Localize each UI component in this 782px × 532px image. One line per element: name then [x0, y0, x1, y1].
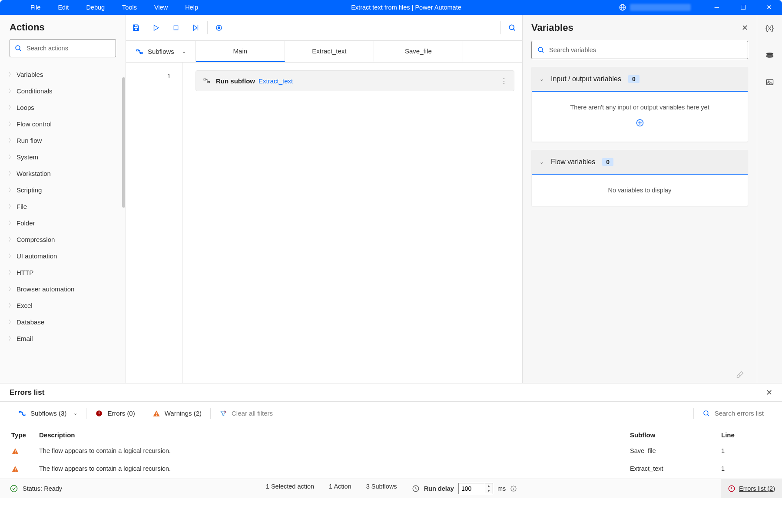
svg-point-31: [11, 485, 17, 492]
run-delay-label: Run delay: [424, 485, 454, 492]
warning-icon: [152, 410, 160, 417]
info-icon[interactable]: [510, 485, 517, 492]
flow-variables-title: Flow variables: [551, 158, 595, 166]
action-category[interactable]: 〉Run flow: [9, 132, 120, 149]
errors-table-header: Type Description Subflow Line: [0, 425, 782, 443]
action-category[interactable]: 〉System: [9, 149, 120, 165]
add-io-variable-button[interactable]: [540, 119, 739, 129]
sidetab-images[interactable]: [763, 76, 776, 89]
minimize-button[interactable]: ─: [704, 0, 730, 15]
tab-extract-text[interactable]: Extract_text: [285, 41, 374, 62]
errors-list-button[interactable]: Errors list (2): [721, 479, 782, 498]
run-next-button[interactable]: [186, 15, 206, 41]
action-category[interactable]: 〉Folder: [9, 215, 120, 231]
account-name-redacted: [630, 4, 691, 11]
menu-view[interactable]: View: [146, 0, 176, 15]
svg-rect-22: [99, 411, 100, 414]
action-category[interactable]: 〉HTTP: [9, 264, 120, 281]
col-line[interactable]: Line: [721, 431, 782, 439]
chevron-right-icon: 〉: [9, 187, 17, 193]
menu-help[interactable]: Help: [176, 0, 207, 15]
action-category[interactable]: 〉Database: [9, 314, 120, 330]
sidetab-ui-elements[interactable]: [763, 49, 776, 62]
col-type[interactable]: Type: [0, 431, 39, 439]
errors-filter-bar: Subflows (3) ⌄ Errors (0) Warnings (2) C…: [0, 402, 782, 425]
close-errors-button[interactable]: ✕: [766, 388, 772, 397]
search-flow-button[interactable]: [502, 15, 522, 41]
actions-search[interactable]: Search actions: [10, 39, 116, 57]
close-variables-button[interactable]: ✕: [742, 23, 748, 33]
menu-debug[interactable]: Debug: [77, 0, 113, 15]
chevron-down-icon: ⌄: [182, 49, 186, 54]
menu-file[interactable]: File: [22, 0, 49, 15]
flow-step[interactable]: Run subflow Extract_text ⋮: [196, 70, 514, 91]
close-button[interactable]: ✕: [756, 0, 782, 15]
action-category[interactable]: 〉Conditionals: [9, 83, 120, 99]
subflow-icon: [203, 77, 211, 85]
search-icon: [537, 46, 545, 54]
chevron-right-icon: 〉: [9, 302, 17, 309]
action-category[interactable]: 〉File: [9, 198, 120, 215]
flow-canvas[interactable]: 1 Run subflow Extract_text ⋮: [126, 63, 522, 383]
action-category[interactable]: 〉Excel: [9, 297, 120, 314]
save-button[interactable]: [126, 15, 146, 41]
flow-variables-count: 0: [602, 158, 613, 166]
step-action-name: Run subflow: [216, 77, 255, 85]
action-category[interactable]: 〉Loops: [9, 99, 120, 116]
app-menu: File Edit Debug Tools View Help: [0, 0, 207, 15]
filter-warnings[interactable]: Warnings (2): [144, 410, 210, 417]
action-category[interactable]: 〉Scripting: [9, 182, 120, 198]
io-variables-header[interactable]: ⌄ Input / output variables 0: [532, 67, 748, 92]
actions-list: 〉Variables 〉Conditionals 〉Loops 〉Flow co…: [0, 63, 126, 383]
error-description: The flow appears to contain a logical re…: [39, 465, 630, 474]
action-category[interactable]: 〉Compression: [9, 231, 120, 248]
action-category[interactable]: 〉Workstation: [9, 165, 120, 182]
subflows-dropdown[interactable]: Subflows ⌄: [126, 41, 196, 62]
step-subflow-link[interactable]: Extract_text: [258, 77, 293, 85]
filter-errors[interactable]: Errors (0): [86, 410, 143, 417]
menu-tools[interactable]: Tools: [113, 0, 146, 15]
account-indicator[interactable]: [606, 3, 704, 11]
globe-icon: [619, 3, 626, 11]
action-category[interactable]: 〉Email: [9, 330, 120, 347]
svg-rect-9: [140, 52, 142, 53]
chevron-down-icon: ⌄: [540, 159, 544, 165]
maximize-button[interactable]: ☐: [730, 0, 756, 15]
svg-rect-10: [204, 79, 206, 80]
run-button[interactable]: [146, 15, 166, 41]
svg-point-6: [218, 26, 220, 29]
run-delay-unit: ms: [497, 485, 506, 492]
errors-search[interactable]: Search errors list: [694, 410, 772, 417]
action-category[interactable]: 〉Variables: [9, 66, 120, 83]
stop-button[interactable]: [166, 15, 186, 41]
filter-clear[interactable]: Clear all filters: [211, 410, 282, 417]
error-row[interactable]: The flow appears to contain a logical re…: [0, 461, 782, 479]
window-title: Extract text from files | Power Automate: [207, 4, 606, 11]
status-bar: Status: Ready 1 Selected action 1 Action…: [0, 479, 782, 498]
col-description[interactable]: Description: [39, 431, 630, 439]
flow-variables-header[interactable]: ⌄ Flow variables 0: [532, 150, 748, 175]
tab-main[interactable]: Main: [196, 41, 285, 62]
filter-subflows[interactable]: Subflows (3) ⌄: [10, 410, 86, 417]
run-delay-input[interactable]: [458, 483, 485, 494]
eraser-icon[interactable]: [735, 370, 745, 380]
action-category[interactable]: 〉Flow control: [9, 116, 120, 132]
action-category[interactable]: 〉UI automation: [9, 248, 120, 264]
record-button[interactable]: [209, 15, 229, 41]
svg-rect-30: [15, 471, 16, 472]
variables-title: Variables: [531, 22, 573, 33]
col-subflow[interactable]: Subflow: [630, 431, 721, 439]
menu-edit[interactable]: Edit: [49, 0, 77, 15]
run-delay-spinner[interactable]: ▴▾: [485, 483, 493, 494]
sidetab-variables[interactable]: {x}: [763, 22, 776, 35]
action-category[interactable]: 〉Browser automation: [9, 281, 120, 297]
error-row[interactable]: The flow appears to contain a logical re…: [0, 443, 782, 461]
tab-save-file[interactable]: Save_file: [374, 41, 463, 62]
step-more-icon[interactable]: ⋮: [500, 77, 507, 85]
warning-icon: [11, 447, 19, 455]
variables-search[interactable]: Search variables: [531, 41, 748, 59]
scrollbar[interactable]: [122, 77, 125, 208]
svg-rect-8: [136, 50, 139, 51]
io-variables-empty-text: There aren't any input or output variabl…: [540, 104, 739, 111]
chevron-right-icon: 〉: [9, 170, 17, 177]
